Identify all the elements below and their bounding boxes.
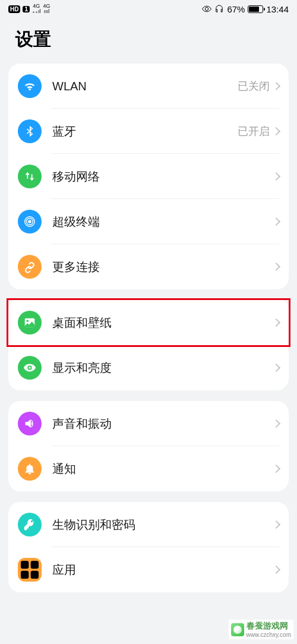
- page-title: 设置: [0, 17, 297, 64]
- settings-row-sound[interactable]: 声音和振动: [8, 401, 289, 446]
- battery-icon: [248, 5, 263, 13]
- watermark-url: www.czchxy.com: [247, 632, 291, 638]
- row-label: 通知: [52, 461, 273, 477]
- settings-row-notify[interactable]: 通知: [8, 446, 289, 491]
- settings-row-bluetooth[interactable]: 蓝牙已开启: [8, 109, 289, 154]
- bell-icon: [18, 457, 42, 481]
- status-bar: HD 1 4G ₊₊ıl 4G ıııl 67% 13:44: [0, 0, 297, 17]
- battery-pct: 67%: [227, 4, 245, 14]
- chevron-right-icon: [272, 465, 280, 473]
- settings-row-apps[interactable]: 应用: [8, 547, 289, 592]
- settings-list: WLAN已关闭蓝牙已开启移动网络超级终端更多连接桌面和壁纸显示和亮度声音和振动通…: [0, 64, 297, 592]
- row-label: 生物识别和密码: [52, 517, 273, 533]
- chevron-right-icon: [272, 566, 280, 574]
- bluetooth-icon: [18, 119, 42, 143]
- watermark-name: 春蚕游戏网: [247, 621, 288, 630]
- row-label: 应用: [52, 562, 273, 578]
- image-icon: [18, 311, 42, 334]
- row-label: 显示和亮度: [52, 360, 273, 376]
- row-value: 已开启: [238, 124, 270, 138]
- headphone-icon: [214, 4, 224, 14]
- chevron-right-icon: [272, 419, 280, 428]
- chevron-right-icon: [272, 82, 280, 90]
- sim-badge: 1: [23, 6, 30, 12]
- signal-1-icon: 4G ₊₊ıl: [32, 4, 41, 14]
- watermark-logo-icon: [231, 623, 244, 636]
- updown-icon: [18, 165, 42, 188]
- chevron-right-icon: [272, 172, 280, 181]
- status-left: HD 1 4G ₊₊ıl 4G ıııl: [8, 4, 50, 14]
- row-label: 超级终端: [52, 214, 273, 230]
- chevron-right-icon: [272, 520, 280, 529]
- volume-icon: [18, 412, 42, 435]
- row-label: 更多连接: [52, 259, 273, 275]
- status-right: 67% 13:44: [202, 4, 289, 14]
- settings-row-biometric[interactable]: 生物识别和密码: [8, 502, 289, 547]
- watermark: 春蚕游戏网 www.czchxy.com: [229, 620, 293, 639]
- row-label: 桌面和壁纸: [52, 315, 273, 331]
- chevron-right-icon: [272, 318, 280, 327]
- chevron-right-icon: [272, 364, 280, 372]
- link-icon: [18, 255, 42, 279]
- radar-icon: [18, 210, 42, 233]
- settings-row-wallpaper[interactable]: 桌面和壁纸: [7, 298, 290, 347]
- visibility-icon: [202, 4, 211, 14]
- chevron-right-icon: [272, 263, 280, 271]
- settings-group: 声音和振动通知: [8, 401, 289, 491]
- row-value: 已关闭: [238, 79, 270, 93]
- hd-badge: HD: [8, 5, 20, 13]
- row-label: 移动网络: [52, 169, 273, 185]
- wifi-icon: [18, 74, 42, 98]
- settings-row-mobile[interactable]: 移动网络: [8, 154, 289, 199]
- row-label: 声音和振动: [52, 416, 273, 432]
- settings-group: 生物识别和密码应用: [8, 502, 289, 592]
- clock: 13:44: [266, 4, 289, 14]
- settings-group: WLAN已关闭蓝牙已开启移动网络超级终端更多连接: [8, 64, 289, 289]
- signal-2-icon: 4G ıııl: [43, 4, 50, 14]
- grid-icon: [18, 558, 42, 582]
- settings-row-display[interactable]: 显示和亮度: [8, 345, 289, 390]
- chevron-right-icon: [272, 217, 280, 226]
- eye-icon: [18, 356, 42, 380]
- settings-row-wlan[interactable]: WLAN已关闭: [8, 64, 289, 109]
- row-label: 蓝牙: [52, 124, 238, 140]
- row-label: WLAN: [52, 80, 238, 93]
- settings-row-super[interactable]: 超级终端: [8, 199, 289, 244]
- settings-row-more[interactable]: 更多连接: [8, 244, 289, 289]
- chevron-right-icon: [272, 127, 280, 135]
- settings-group: 桌面和壁纸显示和亮度: [8, 298, 289, 390]
